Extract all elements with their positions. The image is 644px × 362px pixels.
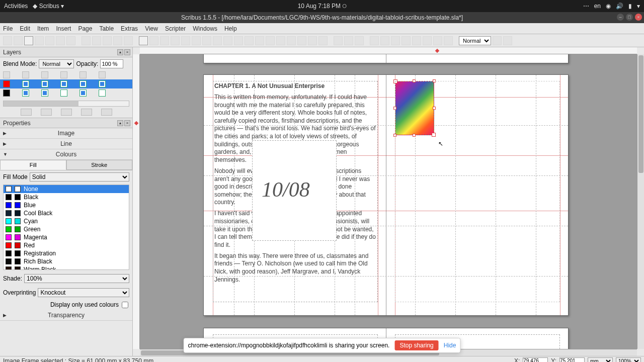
menu-extras[interactable]: Extras — [121, 25, 138, 32]
menu-view[interactable]: View — [145, 25, 158, 32]
ruler-vertical[interactable] — [133, 54, 140, 349]
layer-lock-check[interactable] — [60, 89, 67, 97]
tool-unlinkframes[interactable] — [318, 36, 328, 45]
battery-icon[interactable]: ▮ — [628, 3, 632, 10]
color-row[interactable]: Magenta — [4, 233, 129, 241]
tool-eyedrop[interactable] — [355, 36, 364, 45]
layer-up-button[interactable] — [81, 109, 92, 116]
menu-scripter[interactable]: Scripter — [165, 25, 186, 32]
menu-edit[interactable]: Edit — [20, 25, 30, 32]
color-row[interactable]: Cool Black — [4, 209, 129, 217]
scrollbar-vertical[interactable] — [637, 54, 644, 349]
tool-select[interactable] — [139, 36, 148, 45]
layer-flow-check[interactable] — [79, 80, 87, 87]
section-colours[interactable]: ▼Colours — [0, 149, 132, 160]
tool-print[interactable] — [45, 36, 54, 45]
tab-stroke[interactable]: Stroke — [66, 160, 133, 170]
tool-shape[interactable] — [192, 36, 201, 45]
layer-visible-check[interactable] — [22, 80, 29, 87]
hide-share-button[interactable]: Hide — [444, 342, 456, 349]
layer-visible-check[interactable] — [22, 89, 29, 97]
layer-print-check[interactable] — [41, 89, 48, 97]
ruler-horizontal[interactable] — [140, 47, 637, 54]
maximize-button[interactable]: □ — [626, 14, 633, 21]
tool-arc[interactable] — [202, 36, 211, 45]
tool-linkframes[interactable] — [308, 36, 317, 45]
props-close-button[interactable]: × — [124, 120, 130, 126]
tool-textframe[interactable] — [149, 36, 158, 45]
app-menu[interactable]: ◆ Scribus ▾ — [33, 3, 64, 10]
displayused-check[interactable] — [122, 302, 128, 308]
tool-pdfcheck[interactable] — [401, 36, 411, 45]
layer-down-button[interactable] — [101, 109, 112, 116]
tool-pdftext[interactable] — [391, 36, 400, 45]
color-row[interactable]: None — [4, 185, 129, 193]
power-icon[interactable]: ▾ — [637, 3, 640, 10]
activities-button[interactable]: Activities — [4, 3, 28, 10]
tool-editcontent[interactable] — [287, 36, 296, 45]
tool-paste[interactable] — [124, 36, 133, 45]
tool-close[interactable] — [35, 36, 44, 45]
layers-close-button[interactable]: × — [124, 49, 130, 55]
menu-page[interactable]: Page — [78, 25, 92, 32]
color-row[interactable]: Black — [4, 193, 129, 201]
layer-hscroll[interactable] — [3, 101, 129, 107]
color-row[interactable]: Warm Black — [4, 265, 129, 270]
layer-add-button[interactable] — [21, 109, 32, 116]
menu-table[interactable]: Table — [99, 25, 114, 32]
tool-imageframe[interactable] — [160, 36, 169, 45]
unit-select[interactable]: mm — [588, 357, 613, 363]
tool-pdfcombo[interactable] — [412, 36, 421, 45]
color-row[interactable]: Blue — [4, 201, 129, 209]
tool-redo[interactable] — [92, 36, 101, 45]
minimize-button[interactable]: – — [617, 14, 624, 21]
color-list[interactable]: NoneBlackBlueCool BlackCyanGreenMagentaR… — [3, 185, 129, 270]
layer-row[interactable] — [0, 88, 132, 98]
tool-rotate[interactable] — [266, 36, 275, 45]
layer-outline-check[interactable] — [99, 89, 106, 97]
tool-new[interactable] — [3, 36, 12, 45]
tool-open[interactable] — [14, 36, 23, 45]
tool-table[interactable] — [181, 36, 190, 45]
tool-pdf[interactable] — [66, 36, 75, 45]
layer-lock-check[interactable] — [60, 80, 67, 87]
color-row[interactable]: Cyan — [4, 217, 129, 225]
tool-copy[interactable] — [113, 36, 122, 45]
color-row[interactable]: Red — [4, 241, 129, 249]
menu-file[interactable]: File — [3, 25, 13, 32]
a11y-icon[interactable]: ◉ — [606, 3, 611, 10]
tray-menu-icon[interactable]: ⋯ — [583, 3, 589, 10]
tool-preflight[interactable] — [56, 36, 65, 45]
menu-insert[interactable]: Insert — [56, 25, 71, 32]
tool-undo[interactable] — [82, 36, 91, 45]
tool-copyprops[interactable] — [344, 36, 353, 45]
layer-dup-button[interactable] — [61, 109, 72, 116]
overprint-select[interactable]: Knockout — [38, 288, 129, 297]
layer-row[interactable] — [0, 79, 132, 88]
tool-measure[interactable] — [334, 36, 343, 45]
tool-cut[interactable] — [103, 36, 112, 45]
props-shade-button[interactable]: ▴ — [117, 120, 123, 126]
tool-storyeditor[interactable] — [297, 36, 306, 45]
section-line[interactable]: ▶Line — [0, 139, 132, 149]
tool-render[interactable] — [171, 36, 180, 45]
menu-item[interactable]: Item — [37, 25, 49, 32]
tool-pdflist[interactable] — [423, 36, 432, 45]
close-button[interactable]: × — [635, 14, 642, 21]
tool-freehand[interactable] — [245, 36, 254, 45]
text-frame[interactable] — [395, 81, 560, 302]
tool-zoom[interactable] — [276, 36, 285, 45]
menu-help[interactable]: Help — [224, 25, 237, 32]
section-image[interactable]: ▶Image — [0, 128, 132, 139]
tab-fill[interactable]: Fill — [0, 160, 66, 170]
preview-mode-select[interactable]: Normal — [459, 36, 491, 45]
volume-icon[interactable]: 🔊 — [616, 3, 623, 10]
tool-calligraphic[interactable] — [255, 36, 264, 45]
layer-swatch[interactable] — [3, 89, 10, 97]
tool-pdflink[interactable] — [444, 36, 453, 45]
color-row[interactable]: Rich Black — [4, 257, 129, 265]
tool-line[interactable] — [223, 36, 232, 45]
tool-visionmode[interactable] — [493, 36, 502, 45]
section-transparency[interactable]: ▶Transparency — [0, 310, 132, 321]
shade-select[interactable]: 100% — [24, 274, 129, 283]
